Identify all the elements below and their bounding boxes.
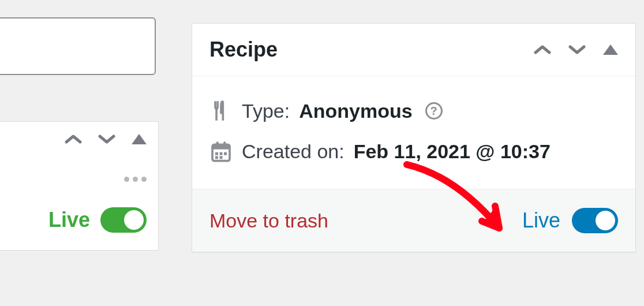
svg-rect-3	[223, 141, 226, 146]
recipe-panel: Recipe Type: Anonymous ?	[192, 23, 636, 252]
svg-rect-1	[212, 144, 230, 149]
created-label: Created on:	[242, 140, 345, 163]
side-live-label: Live	[48, 208, 90, 232]
live-label: Live	[522, 208, 560, 233]
recipe-header: Recipe	[192, 24, 635, 76]
recipe-footer: Move to trash Live	[192, 189, 635, 252]
recipe-title: Recipe	[209, 38, 278, 62]
svg-rect-5	[220, 152, 223, 155]
chevron-down-icon[interactable]	[568, 44, 586, 55]
side-live-toggle[interactable]	[100, 207, 147, 233]
live-toggle-group: Live	[522, 208, 618, 233]
side-panel-footer: Live	[0, 184, 158, 250]
type-row: Type: Anonymous ?	[209, 99, 618, 122]
calendar-icon	[209, 140, 233, 163]
svg-rect-6	[224, 152, 227, 155]
svg-rect-8	[220, 156, 223, 159]
svg-rect-7	[215, 156, 218, 159]
chevron-up-icon[interactable]	[65, 133, 82, 145]
editor-box[interactable]	[0, 17, 156, 75]
svg-rect-4	[215, 152, 218, 155]
side-panel: Live	[0, 121, 159, 251]
svg-rect-2	[216, 141, 219, 146]
type-value: Anonymous	[299, 100, 412, 122]
collapse-toggle-icon[interactable]	[603, 44, 618, 55]
collapse-toggle-icon[interactable]	[132, 134, 147, 144]
type-label: Type:	[242, 100, 290, 122]
recipe-header-controls	[534, 44, 618, 55]
recipe-body: Type: Anonymous ? Created on: Feb 11, 20…	[192, 76, 635, 189]
more-options-icon[interactable]	[124, 177, 147, 182]
move-to-trash-link[interactable]: Move to trash	[209, 210, 328, 232]
created-value: Feb 11, 2021 @ 10:37	[354, 140, 551, 163]
chevron-down-icon[interactable]	[98, 133, 115, 145]
created-row: Created on: Feb 11, 2021 @ 10:37	[209, 140, 618, 163]
toggle-knob	[124, 210, 144, 230]
toggle-knob	[596, 211, 615, 230]
cutlery-icon	[209, 99, 233, 122]
live-toggle[interactable]	[572, 208, 618, 233]
side-panel-header	[0, 122, 158, 156]
chevron-up-icon[interactable]	[534, 44, 551, 55]
side-panel-body	[0, 156, 158, 184]
help-icon[interactable]: ?	[425, 102, 443, 120]
